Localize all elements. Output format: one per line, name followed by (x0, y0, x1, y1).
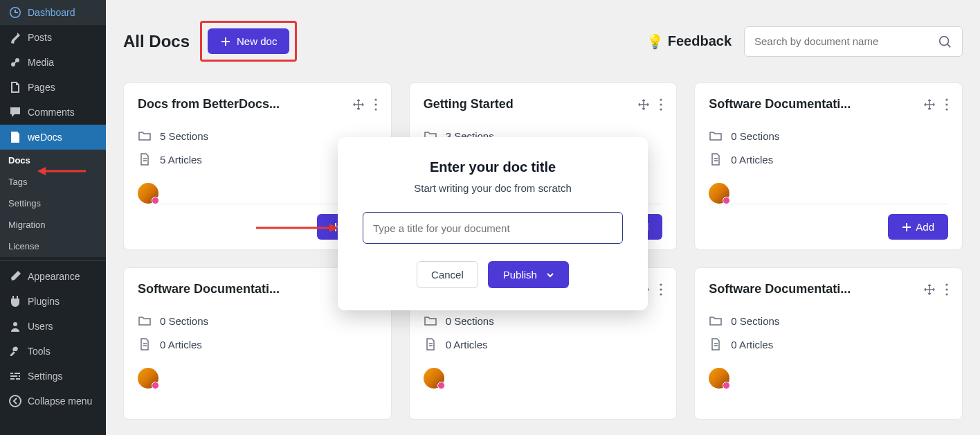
sections-text: 0 Sections (731, 130, 779, 142)
svg-point-22 (945, 293, 947, 295)
svg-point-9 (660, 103, 662, 105)
sections-text: 5 Sections (160, 130, 208, 142)
wrench-icon (8, 344, 22, 358)
doc-card: Software Documentati... 0 Sections 0 Art… (694, 267, 963, 420)
avatar (424, 368, 444, 389)
move-icon[interactable] (923, 283, 936, 296)
pin-icon (8, 30, 22, 44)
file-icon (709, 337, 723, 351)
svg-point-3 (10, 396, 21, 407)
folder-icon (709, 129, 723, 143)
svg-point-6 (374, 103, 376, 105)
publish-label: Publish (503, 269, 537, 281)
move-icon[interactable] (923, 98, 936, 111)
collapse-icon (8, 394, 22, 408)
svg-point-4 (940, 36, 949, 45)
svg-point-17 (660, 283, 662, 285)
sidebar-item-media[interactable]: Media (0, 50, 106, 75)
avatar (138, 368, 158, 389)
avatar (709, 183, 729, 204)
dashboard-icon (8, 6, 22, 19)
publish-button[interactable]: Publish (488, 261, 569, 288)
new-doc-highlight: New doc (200, 21, 297, 62)
more-icon[interactable] (945, 283, 948, 296)
sections-text: 0 Sections (160, 315, 208, 327)
articles-text: 0 Articles (446, 339, 488, 350)
feedback-label: Feedback (668, 33, 732, 49)
folder-icon (138, 314, 152, 328)
sidebar-item-label: Tools (28, 346, 51, 357)
sidebar-item-settings[interactable]: Settings (0, 364, 106, 389)
more-icon[interactable] (374, 98, 377, 111)
articles-text: 5 Articles (160, 154, 202, 166)
sidebar-item-pages[interactable]: Pages (0, 75, 106, 100)
svg-point-21 (945, 288, 947, 290)
new-doc-label: New doc (237, 35, 277, 47)
brush-icon (8, 269, 22, 283)
more-icon[interactable] (660, 98, 662, 111)
svg-point-19 (660, 293, 662, 295)
sidebar-item-users[interactable]: Users (0, 314, 106, 339)
sidebar-item-posts[interactable]: Posts (0, 25, 106, 50)
move-icon[interactable] (637, 98, 650, 111)
sidebar-item-label: Appearance (28, 271, 80, 282)
bulb-icon: 💡 (646, 33, 664, 50)
doc-card: Software Documentati... 0 Sections 0 Art… (694, 82, 963, 250)
comment-icon (8, 105, 22, 119)
svg-point-13 (945, 108, 947, 110)
sidebar-item-wedocs[interactable]: weDocs (0, 125, 106, 150)
sidebar-subitem-license[interactable]: License (0, 236, 106, 257)
sidebar-item-dashboard[interactable]: Dashboard (0, 0, 106, 25)
card-title[interactable]: Software Documentati... (138, 282, 280, 296)
new-doc-button[interactable]: New doc (208, 28, 289, 54)
articles-text: 0 Articles (731, 154, 773, 166)
sidebar-subitem-settings[interactable]: Settings (0, 193, 106, 214)
search-input[interactable] (754, 35, 937, 47)
feedback-link[interactable]: 💡 Feedback (646, 33, 732, 50)
media-icon (8, 55, 22, 69)
sidebar-item-plugins[interactable]: Plugins (0, 289, 106, 314)
card-title[interactable]: Docs from BetterDocs... (138, 97, 280, 112)
modal-title: Enter your doc title (357, 159, 628, 175)
svg-marker-24 (37, 167, 46, 175)
sidebar-item-label: Plugins (28, 296, 60, 307)
file-icon (138, 337, 152, 351)
search-box[interactable] (744, 26, 963, 57)
user-icon (8, 319, 22, 333)
annotation-arrow (37, 165, 86, 177)
move-icon[interactable] (352, 98, 365, 111)
plus-icon (220, 36, 231, 47)
sidebar-item-tools[interactable]: Tools (0, 339, 106, 364)
doc-title-input[interactable] (363, 212, 623, 244)
cancel-button[interactable]: Cancel (417, 261, 478, 288)
svg-point-7 (374, 108, 376, 110)
sections-text: 0 Sections (446, 315, 494, 327)
card-title[interactable]: Getting Started (424, 97, 514, 112)
svg-point-11 (945, 98, 947, 100)
sidebar-item-label: Collapse menu (28, 396, 92, 407)
add-button[interactable]: Add (888, 214, 948, 240)
svg-point-18 (660, 288, 662, 290)
sidebar-item-comments[interactable]: Comments (0, 100, 106, 125)
folder-icon (424, 314, 437, 328)
svg-point-10 (660, 108, 662, 110)
svg-point-5 (374, 98, 376, 100)
file-icon (424, 337, 437, 351)
svg-point-20 (945, 283, 947, 285)
sidebar-item-label: Users (28, 321, 53, 332)
svg-point-2 (13, 322, 17, 326)
sidebar-item-collapse[interactable]: Collapse menu (0, 389, 106, 414)
sidebar-item-label: weDocs (28, 132, 62, 143)
avatar (709, 368, 729, 389)
plus-icon (902, 222, 911, 232)
folder-icon (138, 129, 152, 143)
sidebar-subitem-migration[interactable]: Migration (0, 214, 106, 236)
doc-icon (8, 130, 22, 144)
more-icon[interactable] (660, 283, 662, 296)
sidebar-item-appearance[interactable]: Appearance (0, 264, 106, 289)
card-title[interactable]: Software Documentati... (709, 97, 851, 112)
more-icon[interactable] (945, 98, 948, 111)
card-title[interactable]: Software Documentati... (709, 282, 851, 296)
plugin-icon (8, 294, 22, 308)
folder-icon (709, 314, 723, 328)
